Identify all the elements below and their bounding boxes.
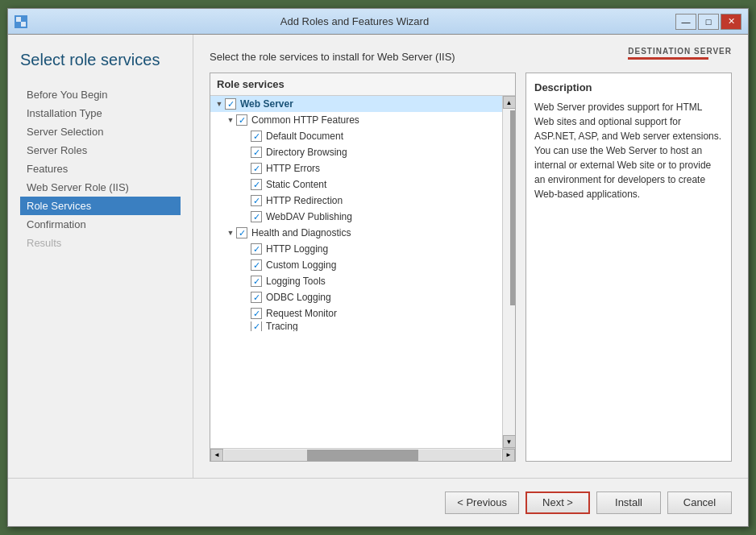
checkbox-odbc-logging[interactable]	[251, 292, 262, 303]
checkbox-static-content[interactable]	[251, 179, 262, 190]
item-label-dir-browsing: Directory Browsing	[266, 147, 347, 158]
tree-item[interactable]: ▶ ODBC Logging	[210, 289, 502, 305]
item-label-request-monitor: Request Monitor	[266, 308, 337, 319]
item-label-tracing: Tracing	[266, 321, 298, 331]
description-text: Web Server provides support for HTML Web…	[534, 100, 723, 201]
checkbox-http-errors[interactable]	[251, 163, 262, 174]
svg-rect-1	[21, 17, 26, 22]
svg-rect-3	[21, 22, 26, 27]
expand-icon[interactable]: ▼	[225, 114, 236, 126]
item-label-static-content: Static Content	[266, 179, 326, 190]
tree-item[interactable]: ▶ Request Monitor	[210, 305, 502, 321]
bottom-bar: < Previous Next > Install Cancel	[8, 478, 748, 526]
horizontal-scrollbar[interactable]: ◄ ►	[210, 448, 515, 461]
tree-item[interactable]: ▶ Default Document	[210, 128, 502, 144]
item-label-default-doc: Default Document	[266, 131, 343, 142]
wizard-window: Add Roles and Features Wizard — □ ✕ Sele…	[7, 8, 749, 527]
item-label-common-http: Common HTTP Features	[251, 114, 359, 126]
h-scroll-track	[224, 450, 501, 461]
nav-item-server-selection[interactable]: Server Selection	[20, 122, 181, 141]
tree-item[interactable]: ▼ Common HTTP Features	[210, 112, 502, 128]
tree-item[interactable]: ▶ Tracing	[210, 321, 502, 331]
checkbox-custom-logging[interactable]	[251, 259, 262, 271]
tree-header: Role services	[210, 73, 515, 96]
role-services-container: Role services ▼ Web Server ▼	[210, 73, 732, 462]
description-title: Description	[534, 81, 723, 93]
destination-server-label: DESTINATION SERVER	[628, 47, 732, 56]
titlebar: Add Roles and Features Wizard — □ ✕	[8, 9, 748, 35]
main-panel: DESTINATION SERVER Select the role servi…	[193, 35, 748, 478]
page-title: Select role services	[20, 51, 181, 69]
previous-button[interactable]: < Previous	[445, 491, 519, 514]
nav-item-features[interactable]: Features	[20, 160, 181, 178]
scroll-left-button[interactable]: ◄	[210, 449, 223, 462]
checkbox-tracing[interactable]	[251, 321, 262, 331]
checkbox-logging-tools[interactable]	[251, 276, 262, 287]
tree-item[interactable]: ▶ Logging Tools	[210, 273, 502, 289]
item-label-http-logging: HTTP Logging	[266, 243, 328, 255]
item-label-webdav: WebDAV Publishing	[266, 211, 352, 222]
description-panel: Description Web Server provides support …	[525, 73, 732, 462]
vertical-scrollbar[interactable]: ▲ ▼	[502, 96, 515, 448]
expand-icon[interactable]: ▼	[225, 227, 236, 238]
item-label-web-server: Web Server	[240, 98, 293, 110]
install-button[interactable]: Install	[596, 491, 661, 514]
checkbox-dir-browsing[interactable]	[251, 147, 262, 158]
nav-item-results: Results	[20, 234, 181, 252]
tree-item[interactable]: ▼ Web Server	[210, 96, 502, 112]
item-label-health-diag: Health and Diagnostics	[251, 227, 351, 238]
close-button[interactable]: ✕	[721, 14, 741, 30]
tree-item[interactable]: ▶ Custom Logging	[210, 257, 502, 273]
item-label-http-redirect: HTTP Redirection	[266, 195, 343, 206]
tree-item[interactable]: ▶ HTTP Redirection	[210, 193, 502, 209]
checkbox-http-redirect[interactable]	[251, 195, 262, 206]
tree-item[interactable]: ▼ Health and Diagnostics	[210, 225, 502, 241]
tree-item[interactable]: ▶ WebDAV Publishing	[210, 209, 502, 225]
h-scroll-thumb	[307, 450, 418, 461]
item-label-http-errors: HTTP Errors	[266, 163, 320, 174]
destination-server-underline	[628, 57, 708, 60]
app-icon	[15, 15, 27, 28]
next-button[interactable]: Next >	[525, 491, 590, 514]
nav-item-confirmation[interactable]: Confirmation	[20, 215, 181, 234]
tree-item[interactable]: ▶ Static Content	[210, 176, 502, 193]
maximize-button[interactable]: □	[698, 14, 719, 30]
checkbox-health-diag[interactable]	[236, 227, 247, 238]
checkbox-webdav[interactable]	[251, 211, 262, 222]
destination-server-area: DESTINATION SERVER	[628, 47, 732, 60]
tree-body[interactable]: ▼ Web Server ▼ Common HTTP Features	[210, 96, 502, 448]
svg-rect-0	[16, 17, 21, 22]
nav-item-server-roles[interactable]: Server Roles	[20, 141, 181, 160]
nav-item-web-server-role[interactable]: Web Server Role (IIS)	[20, 178, 181, 197]
scroll-up-button[interactable]: ▲	[503, 96, 516, 109]
svg-rect-2	[16, 22, 21, 27]
window-title: Add Roles and Features Wizard	[34, 15, 675, 27]
nav-item-installation-type[interactable]: Installation Type	[20, 104, 181, 122]
tree-item[interactable]: ▶ Directory Browsing	[210, 144, 502, 160]
minimize-button[interactable]: —	[675, 14, 696, 30]
tree-item[interactable]: ▶ HTTP Errors	[210, 160, 502, 176]
checkbox-request-monitor[interactable]	[251, 308, 262, 319]
scroll-right-button[interactable]: ►	[502, 449, 515, 462]
window-controls: — □ ✕	[675, 14, 741, 30]
tree-item[interactable]: ▶ HTTP Logging	[210, 241, 502, 257]
checkbox-default-doc[interactable]	[251, 131, 262, 142]
left-nav-panel: Select role services Before You Begin In…	[8, 35, 193, 478]
checkbox-common-http[interactable]	[236, 114, 247, 126]
tree-panel: Role services ▼ Web Server ▼	[210, 73, 516, 462]
item-label-odbc-logging: ODBC Logging	[266, 292, 331, 303]
checkbox-http-logging[interactable]	[251, 243, 262, 255]
checkbox-web-server[interactable]	[225, 98, 236, 110]
cancel-button[interactable]: Cancel	[667, 491, 732, 514]
expand-icon[interactable]: ▼	[214, 98, 225, 110]
nav-list: Before You Begin Installation Type Serve…	[20, 85, 181, 252]
scroll-down-button[interactable]: ▼	[503, 435, 516, 448]
nav-item-before-you-begin[interactable]: Before You Begin	[20, 85, 181, 104]
item-label-logging-tools: Logging Tools	[266, 276, 326, 287]
item-label-custom-logging: Custom Logging	[266, 259, 336, 271]
content-area: Select role services Before You Begin In…	[8, 35, 748, 478]
nav-item-role-services[interactable]: Role Services	[20, 197, 181, 215]
